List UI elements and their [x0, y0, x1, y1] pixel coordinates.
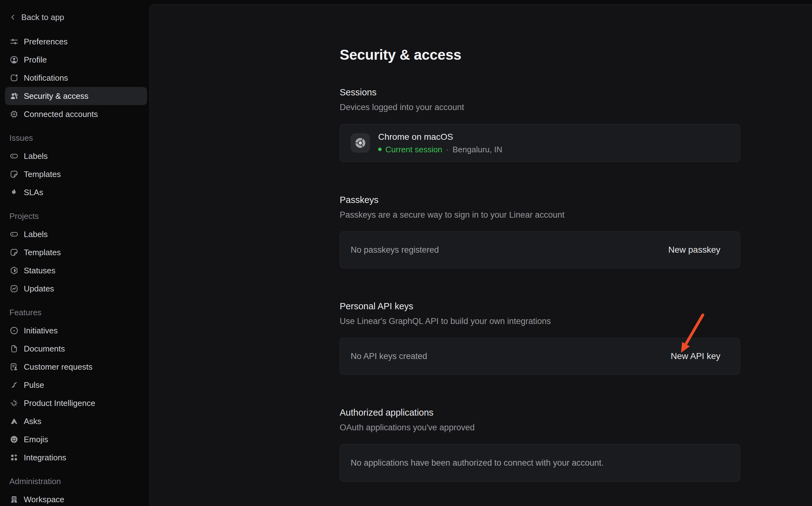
authorized-apps-section: Authorized applications OAuth applicatio…	[340, 407, 740, 482]
sidebar-item-label: Updates	[24, 284, 54, 293]
flame-icon	[9, 188, 19, 197]
sidebar-item-label: Labels	[24, 230, 48, 239]
sidebar-item-label: Documents	[24, 344, 65, 354]
chrome-icon	[351, 133, 370, 153]
session-location: Bengaluru, IN	[453, 145, 502, 155]
sidebar-nav: Preferences Profile	[0, 32, 150, 506]
list-person-icon	[9, 362, 19, 371]
sidebar-group-features: Features Initiatives	[0, 303, 150, 467]
sidebar-item-label: Labels	[24, 151, 48, 161]
sidebar-item-statuses[interactable]: Statuses	[5, 261, 147, 279]
api-keys-subtitle: Use Linear's GraphQL API to build your o…	[340, 316, 740, 327]
passkeys-heading: Passkeys	[340, 194, 740, 206]
sessions-section: Sessions Devices logged into your accoun…	[340, 86, 740, 162]
sidebar-item-label: Emojis	[24, 435, 48, 444]
api-keys-card: No API keys created New API key	[340, 338, 740, 375]
new-passkey-button[interactable]: New passkey	[668, 245, 720, 255]
authorized-apps-heading: Authorized applications	[340, 407, 740, 418]
smiley-icon	[9, 435, 19, 444]
sidebar-group-issues: Issues Labels	[0, 129, 150, 201]
sidebar-item-label: Pulse	[24, 380, 44, 390]
template-icon	[9, 169, 19, 179]
sidebar-item-notifications[interactable]: Notifications	[5, 69, 147, 87]
sidebar-item-project-templates[interactable]: Templates	[5, 243, 147, 261]
sidebar-group-label: Projects	[5, 207, 147, 225]
sidebar-item-label: Workspace	[24, 495, 65, 504]
sessions-heading: Sessions	[340, 86, 740, 98]
sidebar-item-label: Product Intelligence	[24, 399, 95, 408]
sidebar-item-label: Customer requests	[24, 362, 93, 372]
sidebar-item-label: Connected accounts	[24, 109, 98, 119]
sidebar-item-profile[interactable]: Profile	[5, 51, 147, 69]
pulse-bolt-icon	[9, 380, 19, 390]
session-card: Chrome on macOS Current session · Bengal…	[340, 124, 740, 162]
passkeys-empty-text: No passkeys registered	[351, 245, 439, 255]
authorized-apps-empty-text: No applications have been authorized to …	[351, 458, 604, 468]
session-status: Current session	[385, 145, 442, 155]
sidebar-item-issue-labels[interactable]: Labels	[5, 147, 147, 165]
sidebar-item-security-access[interactable]: Security & access	[5, 87, 147, 105]
sliders-icon	[9, 37, 19, 46]
back-to-app-label: Back to app	[21, 12, 64, 22]
notification-square-icon	[9, 73, 19, 83]
sidebar-item-preferences[interactable]: Preferences	[5, 32, 147, 51]
authorized-apps-subtitle: OAuth applications you've approved	[340, 422, 740, 433]
document-icon	[9, 344, 19, 353]
sidebar-item-label: Templates	[24, 248, 61, 257]
sidebar-item-asks[interactable]: Asks	[5, 412, 147, 430]
settings-content: Security & access Sessions Devices logge…	[340, 45, 740, 482]
sidebar-item-connected-accounts[interactable]: Connected accounts	[5, 105, 147, 123]
linear-settings-app: Back to app Preferences	[0, 0, 812, 506]
settings-panel: Security & access Sessions Devices logge…	[150, 4, 812, 506]
settings-sidebar: Back to app Preferences	[0, 0, 150, 506]
session-device-name: Chrome on macOS	[378, 132, 502, 142]
sidebar-item-label: SLAs	[24, 188, 43, 197]
sidebar-item-label: Notifications	[24, 73, 68, 83]
api-keys-section: Personal API keys Use Linear's GraphQL A…	[340, 300, 740, 375]
sessions-subtitle: Devices logged into your account	[340, 102, 740, 112]
sidebar-item-label: Security & access	[24, 91, 88, 101]
sidebar-item-label: Preferences	[24, 37, 68, 47]
sidebar-item-label: Templates	[24, 169, 61, 179]
new-api-key-button[interactable]: New API key	[671, 351, 720, 361]
session-separator: ·	[446, 145, 449, 155]
passkeys-subtitle: Passkeys are a secure way to sign in to …	[340, 209, 740, 220]
chevron-left-icon	[9, 13, 17, 21]
sidebar-item-pulse[interactable]: Pulse	[5, 376, 147, 394]
sidebar-item-initiatives[interactable]: Initiatives	[5, 322, 147, 340]
compass-arrow-icon	[9, 326, 19, 335]
sidebar-item-documents[interactable]: Documents	[5, 340, 147, 358]
sidebar-item-customer-requests[interactable]: Customer requests	[5, 358, 147, 376]
current-session-dot	[378, 148, 382, 151]
sidebar-item-updates[interactable]: Updates	[5, 279, 147, 298]
sidebar-item-integrations[interactable]: Integrations	[5, 448, 147, 467]
building-icon	[9, 495, 19, 504]
session-status-row: Current session · Bengaluru, IN	[378, 145, 502, 155]
template-icon	[9, 248, 19, 257]
sidebar-item-label: Integrations	[24, 453, 66, 462]
back-to-app-button[interactable]: Back to app	[5, 9, 147, 25]
sidebar-item-slas[interactable]: SLAs	[5, 183, 147, 201]
sidebar-item-emojis[interactable]: Emojis	[5, 430, 147, 448]
chip-icon	[9, 109, 19, 119]
user-circle-icon	[9, 55, 19, 65]
api-keys-heading: Personal API keys	[340, 300, 740, 312]
sidebar-group-label: Administration	[5, 472, 147, 490]
sidebar-item-workspace[interactable]: Workspace	[5, 490, 147, 506]
chart-square-icon	[9, 284, 19, 293]
session-info: Chrome on macOS Current session · Bengal…	[351, 132, 502, 155]
hexagon-half-icon	[9, 266, 19, 275]
api-keys-empty-text: No API keys created	[351, 351, 427, 361]
tag-icon	[9, 230, 19, 239]
sidebar-item-project-labels[interactable]: Labels	[5, 225, 147, 243]
authorized-apps-card: No applications have been authorized to …	[340, 444, 740, 482]
sidebar-item-label: Profile	[24, 55, 47, 65]
sidebar-item-issue-templates[interactable]: Templates	[5, 165, 147, 183]
sidebar-group-label: Features	[5, 303, 147, 322]
sidebar-item-product-intelligence[interactable]: Product Intelligence	[5, 394, 147, 412]
sidebar-group-administration: Administration	[0, 472, 150, 506]
people-key-icon	[9, 91, 19, 101]
squares-plus-icon	[9, 453, 19, 462]
passkeys-card: No passkeys registered New passkey	[340, 232, 740, 268]
sparkle-icon	[9, 399, 19, 408]
